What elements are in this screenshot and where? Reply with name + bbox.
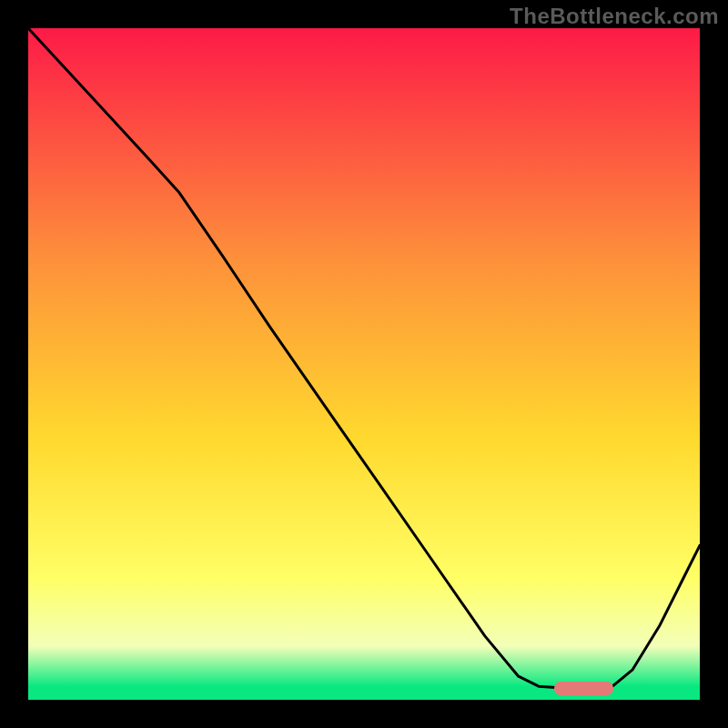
gradient-heatmap <box>28 28 700 700</box>
watermark-text: TheBottleneck.com <box>510 4 719 29</box>
plot-area <box>28 28 700 700</box>
gradient-rect <box>28 28 700 700</box>
chart-frame: TheBottleneck.com <box>0 0 728 728</box>
